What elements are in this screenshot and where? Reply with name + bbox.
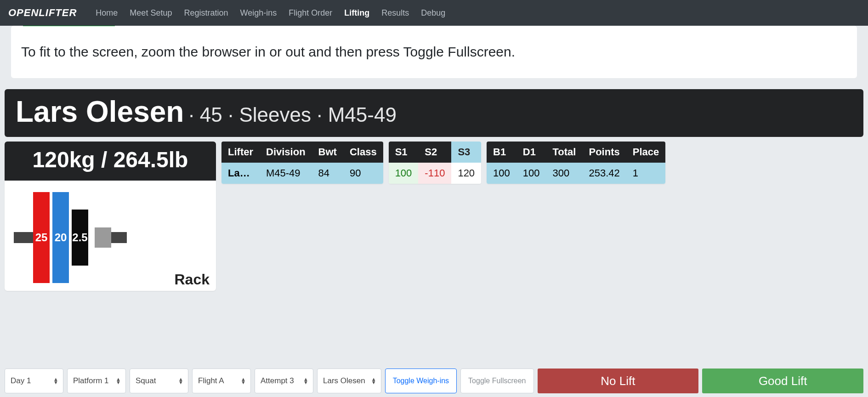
cell: M45-49 bbox=[260, 163, 312, 184]
content-row: 120kg / 264.5lb Rack 25202.5 LifterDivis… bbox=[5, 142, 863, 291]
nav-registration[interactable]: Registration bbox=[178, 5, 234, 22]
brand[interactable]: OPENLIFTER bbox=[8, 7, 77, 19]
cell: Lar… bbox=[221, 163, 260, 184]
col-d1: D1 bbox=[516, 142, 546, 163]
cell: 253.42 bbox=[582, 163, 626, 184]
lifter-banner: Lars Olesen · 45 · Sleeves · M45-49 bbox=[5, 89, 863, 137]
plate-25: 25 bbox=[33, 192, 50, 283]
cell: 100 bbox=[487, 163, 516, 184]
no-lift-button[interactable]: No Lift bbox=[538, 369, 699, 393]
cell: 90 bbox=[343, 163, 383, 184]
bar-sleeve-left bbox=[14, 232, 34, 243]
totals-table: B1D1TotalPointsPlace 100100300253.421 bbox=[487, 142, 665, 184]
col-total: Total bbox=[546, 142, 583, 163]
col-s1: S1 bbox=[389, 142, 419, 163]
lifter-meta: · 45 · Sleeves · M45-49 bbox=[188, 103, 396, 126]
col-lifter: Lifter bbox=[221, 142, 260, 163]
attempt-cell[interactable]: 120 bbox=[451, 163, 481, 184]
info-text: To fit to the screen, zoom the browser i… bbox=[21, 44, 847, 60]
cell: 84 bbox=[312, 163, 343, 184]
flight-select[interactable]: Flight A▲▼ bbox=[192, 369, 251, 393]
collar bbox=[95, 227, 111, 248]
footer-controls: Day 1▲▼Platform 1▲▼Squat▲▼Flight A▲▼Atte… bbox=[5, 369, 863, 393]
partial-button-edge bbox=[23, 26, 115, 26]
tables: LifterDivisionBwtClass Lar…M45-498490 S1… bbox=[221, 142, 863, 184]
chevron-sort-icon: ▲▼ bbox=[178, 378, 183, 384]
nav-links: HomeMeet SetupRegistrationWeigh-insFligh… bbox=[90, 5, 451, 22]
lift-select[interactable]: Squat▲▼ bbox=[130, 369, 188, 393]
plate-2.5: 2.5 bbox=[72, 210, 88, 266]
nav-weigh-ins[interactable]: Weigh-ins bbox=[234, 5, 283, 22]
col-b1: B1 bbox=[487, 142, 516, 163]
chevron-sort-icon: ▲▼ bbox=[371, 378, 376, 384]
platform-select[interactable]: Platform 1▲▼ bbox=[67, 369, 126, 393]
table-row: 100100300253.421 bbox=[487, 163, 665, 184]
chevron-sort-icon: ▲▼ bbox=[53, 378, 58, 384]
weight-display: 120kg / 264.5lb bbox=[5, 142, 216, 181]
rack-label: Rack bbox=[175, 271, 210, 288]
lifter-name: Lars Olesen bbox=[16, 95, 184, 129]
attempt-select[interactable]: Attempt 3▲▼ bbox=[255, 369, 313, 393]
plate-20: 20 bbox=[52, 192, 69, 283]
cell: 1 bbox=[626, 163, 666, 184]
col-place: Place bbox=[626, 142, 666, 163]
toggle-weighins-button[interactable]: Toggle Weigh-ins bbox=[385, 369, 457, 393]
attempt-cell[interactable]: 100 bbox=[389, 163, 419, 184]
bar-sleeve-right bbox=[111, 232, 127, 243]
navbar: OPENLIFTER HomeMeet SetupRegistrationWei… bbox=[0, 0, 868, 26]
table-row: Lar…M45-498490 bbox=[221, 163, 383, 184]
cell: 300 bbox=[546, 163, 583, 184]
col-division: Division bbox=[260, 142, 312, 163]
toggle-fullscreen-button[interactable]: Toggle Fullscreen bbox=[460, 369, 533, 393]
info-card: To fit to the screen, zoom the browser i… bbox=[11, 26, 857, 78]
nav-lifting[interactable]: Lifting bbox=[338, 5, 375, 22]
col-class: Class bbox=[343, 142, 383, 163]
lifter-info-table: LifterDivisionBwtClass Lar…M45-498490 bbox=[221, 142, 383, 184]
nav-flight-order[interactable]: Flight Order bbox=[283, 5, 338, 22]
weight-card: 120kg / 264.5lb Rack 25202.5 bbox=[5, 142, 216, 291]
squat-attempts-table: S1S2S3 100-110120 bbox=[389, 142, 481, 184]
attempt-cell[interactable]: -110 bbox=[418, 163, 451, 184]
chevron-sort-icon: ▲▼ bbox=[116, 378, 121, 384]
good-lift-button[interactable]: Good Lift bbox=[702, 369, 863, 393]
nav-debug[interactable]: Debug bbox=[415, 5, 451, 22]
nav-home[interactable]: Home bbox=[90, 5, 124, 22]
cell: 100 bbox=[516, 163, 546, 184]
lifter-select[interactable]: Lars Olesen▲▼ bbox=[317, 369, 381, 393]
bar-loading: Rack 25202.5 bbox=[5, 181, 216, 291]
chevron-sort-icon: ▲▼ bbox=[303, 378, 308, 384]
col-s2: S2 bbox=[418, 142, 451, 163]
col-points: Points bbox=[582, 142, 626, 163]
col-bwt: Bwt bbox=[312, 142, 343, 163]
nav-results[interactable]: Results bbox=[375, 5, 415, 22]
nav-meet-setup[interactable]: Meet Setup bbox=[124, 5, 178, 22]
day-select[interactable]: Day 1▲▼ bbox=[5, 369, 63, 393]
table-row: 100-110120 bbox=[389, 163, 481, 184]
chevron-sort-icon: ▲▼ bbox=[241, 378, 246, 384]
col-s3: S3 bbox=[451, 142, 481, 163]
